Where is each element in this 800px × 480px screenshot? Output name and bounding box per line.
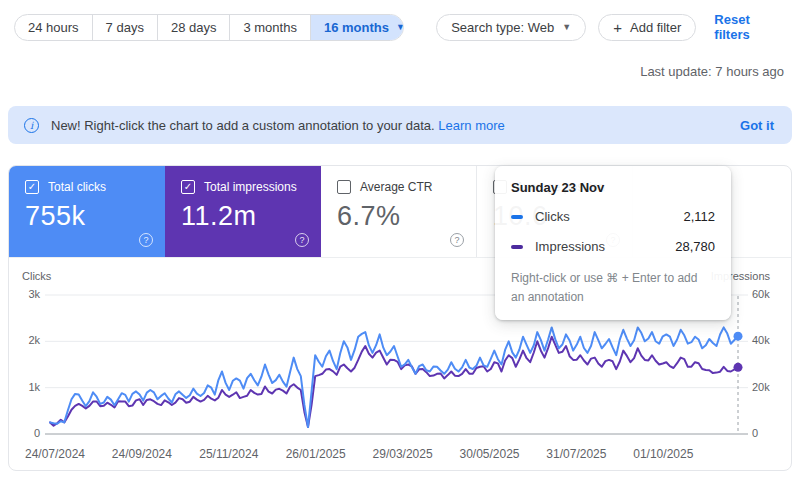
date-range-7-days[interactable]: 7 days — [93, 15, 158, 40]
date-range-selector: 24 hours 7 days 28 days 3 months 16 mont… — [14, 14, 404, 41]
plus-icon: + — [613, 20, 622, 35]
date-range-24-hours[interactable]: 24 hours — [15, 15, 93, 40]
chevron-down-icon: ▼ — [396, 23, 404, 32]
clicks-series-marker — [511, 215, 523, 219]
reset-filters-link[interactable]: Reset filters — [714, 12, 786, 42]
tooltip-clicks-value: 2,112 — [683, 209, 715, 224]
learn-more-link[interactable]: Learn more — [438, 118, 504, 133]
search-type-label: Search type: Web — [451, 20, 554, 35]
tooltip-impressions-value: 28,780 — [675, 239, 715, 254]
add-filter-label: Add filter — [630, 20, 681, 35]
annotation-banner: i New! Right-click the chart to add a cu… — [8, 106, 792, 144]
metric-label: Total impressions — [204, 180, 297, 194]
chevron-down-icon: ▼ — [562, 23, 571, 32]
tooltip-impressions-row: Impressions 28,780 — [511, 239, 715, 254]
average-ctr-checkbox[interactable] — [337, 180, 351, 194]
banner-message: New! Right-click the chart to add a cust… — [51, 118, 505, 133]
date-range-label: 28 days — [171, 20, 217, 35]
search-type-dropdown[interactable]: Search type: Web ▼ — [436, 14, 586, 41]
search-console-performance-page: 24 hours 7 days 28 days 3 months 16 mont… — [0, 0, 800, 480]
info-icon: i — [24, 118, 39, 133]
impressions-series-marker — [511, 245, 523, 249]
total-impressions-checkbox[interactable] — [181, 180, 195, 194]
date-range-label: 16 months — [324, 20, 389, 35]
total-impressions-card[interactable]: Total impressions 11.2m ? — [165, 166, 321, 257]
date-range-label: 3 months — [243, 20, 296, 35]
add-filter-button[interactable]: + Add filter — [598, 14, 696, 41]
help-icon[interactable]: ? — [295, 233, 309, 247]
last-update-status: Last update: 7 hours ago — [16, 64, 784, 79]
chart-tooltip: Sunday 23 Nov Clicks 2,112 Impressions 2… — [495, 166, 731, 320]
total-clicks-checkbox[interactable] — [25, 180, 39, 194]
date-range-28-days[interactable]: 28 days — [158, 15, 231, 40]
help-icon[interactable]: ? — [450, 233, 464, 247]
filters-toolbar: 24 hours 7 days 28 days 3 months 16 mont… — [14, 12, 786, 42]
date-range-3-months[interactable]: 3 months — [230, 15, 310, 40]
date-range-16-months[interactable]: 16 months ▼ — [311, 15, 404, 40]
average-ctr-card[interactable]: Average CTR 6.7% ? — [321, 166, 477, 257]
banner-message-text: New! Right-click the chart to add a cust… — [51, 118, 435, 133]
tooltip-clicks-row: Clicks 2,112 — [511, 209, 715, 224]
metric-label: Total clicks — [48, 180, 106, 194]
total-impressions-value: 11.2m — [181, 201, 305, 232]
tooltip-annotation-hint: Right-click or use ⌘ + Enter to add an a… — [511, 269, 711, 306]
tooltip-row-label: Clicks — [535, 209, 570, 224]
metric-label: Average CTR — [360, 180, 432, 194]
tooltip-row-label: Impressions — [535, 239, 605, 254]
average-ctr-value: 6.7% — [337, 201, 460, 232]
got-it-button[interactable]: Got it — [740, 118, 774, 133]
total-clicks-value: 755k — [25, 201, 149, 232]
help-icon[interactable]: ? — [139, 233, 153, 247]
total-clicks-card[interactable]: Total clicks 755k ? — [9, 166, 165, 257]
date-range-label: 24 hours — [28, 20, 79, 35]
date-range-label: 7 days — [106, 20, 144, 35]
tooltip-date: Sunday 23 Nov — [511, 180, 715, 195]
